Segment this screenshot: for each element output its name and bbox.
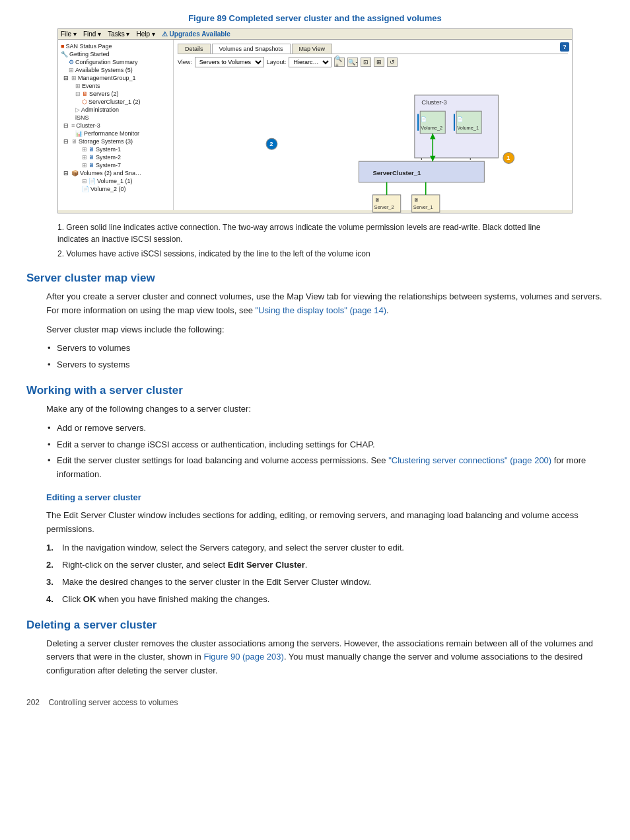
view-dropdown[interactable]: Servers to Volumes (195, 57, 264, 67)
map-view-content: After you create a server cluster and co… (46, 290, 604, 372)
bullet-servers-to-systems: Servers to systems (46, 358, 604, 372)
figure-box: File ▾ Find ▾ Tasks ▾ Help ▾ ⚠ Upgrades … (57, 28, 573, 213)
bullet-add-remove: Add or remove servers. (46, 422, 604, 436)
svg-text:🖥: 🖥 (374, 197, 379, 203)
svg-text:ServerCluster_1: ServerCluster_1 (373, 169, 421, 176)
sidebar-isns[interactable]: iSNS (61, 114, 170, 122)
map-view-para1: After you create a server cluster and co… (46, 290, 604, 318)
svg-text:📄: 📄 (457, 116, 464, 122)
app-main-content: ? Details Volumes and Snapshots Map View… (174, 40, 572, 210)
svg-text:Volume_1: Volume_1 (457, 125, 479, 131)
deleting-content: Deleting a server cluster removes the cl… (46, 637, 604, 678)
map-view-bullets: Servers to volumes Servers to systems (46, 342, 604, 372)
zoom-in-button[interactable]: 🔍+ (334, 57, 345, 67)
sidebar-servers[interactable]: ⊟🖥 Servers (2) (61, 90, 170, 98)
working-bullets: Add or remove servers. Edit a server to … (46, 422, 604, 482)
editing-para1: The Edit Server Cluster window includes … (46, 509, 604, 537)
sidebar-system7[interactable]: ⊞🖥 System-7 (61, 161, 170, 169)
view-label: View: (178, 59, 192, 65)
working-para1: Make any of the following changes to a s… (46, 402, 604, 416)
sidebar-getting-started[interactable]: 🔧 Getting Started (61, 50, 170, 58)
menu-find[interactable]: Find ▾ (83, 30, 101, 38)
sidebar-volumes[interactable]: ⊟📦 Volumes (2) and Sna… (61, 169, 170, 177)
app-menubar: File ▾ Find ▾ Tasks ▾ Help ▾ ⚠ Upgrades … (58, 29, 572, 40)
section-heading-map-view: Server cluster map view (26, 272, 604, 285)
svg-text:📄: 📄 (421, 116, 427, 122)
layout-label: Layout: (267, 59, 287, 65)
svg-text:Server_1: Server_1 (413, 204, 433, 210)
svg-marker-22 (430, 156, 435, 161)
deleting-para1: Deleting a server cluster removes the cl… (46, 637, 604, 678)
zoom-out-button[interactable]: 🔍- (347, 57, 358, 67)
tab-volumes-snapshots[interactable]: Volumes and Snapshots (212, 44, 291, 54)
menu-help[interactable]: Help ▾ (136, 30, 155, 38)
footnote1: 1. Green solid line indicates active con… (57, 221, 573, 245)
app-tabs: Details Volumes and Snapshots Map View (178, 44, 568, 54)
subsection-heading-editing: Editing a server cluster (46, 491, 604, 505)
sidebar-system1[interactable]: ⊞🖥 System-1 (61, 145, 170, 153)
sidebar-storage-systems[interactable]: ⊟🖥 Storage Systems (3) (61, 137, 170, 145)
display-tools-link[interactable]: "Using the display tools" (page 14) (255, 305, 386, 315)
footnotes: 1. Green solid line indicates active con… (57, 221, 573, 260)
bullet-servers-to-volumes: Servers to volumes (46, 342, 604, 356)
refresh-button[interactable]: ↺ (387, 57, 398, 67)
svg-text:1: 1 (507, 154, 510, 161)
grid-button[interactable]: ⊞ (374, 57, 384, 67)
map-view-para2: Server cluster map views include the fol… (46, 323, 604, 337)
help-button[interactable]: ? (560, 42, 569, 52)
menu-tasks[interactable]: Tasks ▾ (108, 30, 129, 38)
editing-steps: In the navigation window, select the Ser… (46, 541, 604, 606)
sidebar-perf-monitor[interactable]: 📊 Performance Monitor (61, 130, 170, 137)
footnote2: 2. Volumes have active iSCSI sessions, i… (57, 248, 573, 260)
section-heading-deleting: Deleting a server cluster (26, 619, 604, 632)
sidebar-mgmt-group[interactable]: ⊟⊞ ManagementGroup_1 (61, 74, 170, 82)
sidebar-config-summary[interactable]: ⚙ Configuration Summary (61, 58, 170, 66)
map-diagram: Cluster-3 📄 Volume_2 📄 Volume_1 1 2 (178, 71, 568, 213)
page-text: Controlling server access to volumes (48, 698, 178, 707)
working-content: Make any of the following changes to a s… (46, 402, 604, 607)
page-number: 202 (26, 698, 40, 707)
sidebar-administration[interactable]: ▷ Administration (61, 106, 170, 114)
edit-step-4: Click OK when you have finished making t… (46, 593, 604, 607)
svg-text:🖥: 🖥 (413, 197, 418, 203)
sidebar-cluster3[interactable]: ⊟≡ Cluster-3 (61, 122, 170, 130)
tab-details[interactable]: Details (178, 44, 211, 54)
svg-text:Cluster-3: Cluster-3 (421, 98, 446, 106)
tab-map-view[interactable]: Map View (292, 44, 332, 54)
sidebar-system2[interactable]: ⊞🖥 System-2 (61, 153, 170, 161)
svg-text:Server_2: Server_2 (374, 204, 394, 210)
section-heading-working: Working with a server cluster (26, 384, 604, 397)
svg-text:2: 2 (269, 140, 273, 147)
bullet-edit-server: Edit a server to change iSCSI access or … (46, 438, 604, 452)
sidebar-volume1[interactable]: ⊟📄 Volume_1 (1) (61, 177, 170, 185)
bullet-edit-cluster: Edit the server cluster settings for loa… (46, 454, 604, 482)
page-footer: 202 Controlling server access to volumes (26, 698, 604, 707)
layout-dropdown[interactable]: Hierarc… (289, 57, 332, 67)
app-sidebar: ■ SAN Status Page 🔧 Getting Started ⚙ Co… (58, 40, 174, 210)
menu-file[interactable]: File ▾ (61, 30, 77, 38)
sidebar-server-cluster[interactable]: ⬡ ServerCluster_1 (2) (61, 98, 170, 106)
sidebar-available-systems[interactable]: ⊞ Available Systems (5) (61, 66, 170, 74)
sidebar-volume2[interactable]: 📄 Volume_2 (0) (61, 185, 170, 193)
edit-step-3: Make the desired changes to the server c… (46, 576, 604, 590)
svg-text:Volume_2: Volume_2 (421, 125, 442, 131)
figure90-link[interactable]: Figure 90 (page 203) (203, 652, 283, 662)
edit-step-1: In the navigation window, select the Ser… (46, 541, 604, 555)
app-toolbar: View: Servers to Volumes Layout: Hierarc… (178, 57, 568, 67)
figure-caption: Figure 89 Completed server cluster and t… (26, 13, 604, 23)
menu-upgrades: ⚠ Upgrades Available (162, 30, 230, 38)
edit-step-2: Right-click on the server cluster, and s… (46, 558, 604, 572)
zoom-fit-button[interactable]: ⊡ (361, 57, 371, 67)
sidebar-events[interactable]: ⊞ Events (61, 82, 170, 90)
clustering-link[interactable]: "Clustering server connections" (page 20… (388, 455, 551, 465)
sidebar-san-status[interactable]: ■ SAN Status Page (61, 42, 170, 50)
